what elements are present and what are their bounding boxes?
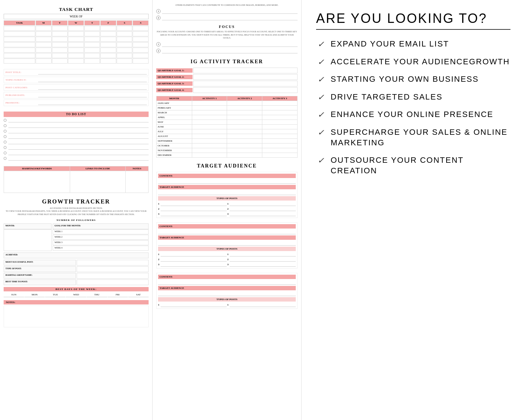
title-divider: [316, 29, 510, 30]
table-row: JUNE: [157, 124, 298, 129]
promote-input[interactable]: [38, 101, 147, 105]
list-item: 1: [227, 303, 296, 307]
todo-line: [8, 124, 149, 128]
task-cell: [117, 58, 133, 64]
a1-cell: [192, 120, 227, 124]
a2-cell: [227, 101, 262, 105]
task-cell: [117, 48, 133, 53]
task-col-s2: S: [133, 20, 149, 25]
task-cell: [52, 31, 68, 36]
content-value-1[interactable]: [158, 179, 296, 184]
table-row: APRIL: [157, 115, 298, 120]
focus-item-1: 1: [156, 42, 298, 47]
notes-cell: [125, 171, 148, 193]
task-col-m: M: [36, 20, 52, 25]
week3-label: WEEK 3: [53, 240, 149, 245]
quarterly-label-1: QUARTERLY GOAL 1:: [156, 68, 193, 73]
todo-header: TO DO LIST: [4, 112, 149, 117]
table-row: NOVEMBER: [157, 148, 298, 153]
task-cell: [36, 37, 52, 42]
topic-input[interactable]: [38, 78, 147, 82]
task-cell: [68, 37, 84, 42]
task-cell: [36, 48, 52, 53]
quarterly-label-2: QUARTERLY GOAL 2:: [156, 75, 193, 79]
publish-label: PUBLISH DATE:: [5, 94, 38, 97]
top-input-2[interactable]: [162, 15, 298, 20]
todo-circle: [4, 124, 7, 127]
focus-number-2: 2: [156, 49, 161, 53]
task-col-s1: S: [117, 20, 133, 25]
task-cell: [36, 53, 52, 58]
a1-cell: [192, 148, 227, 153]
task-cell: [4, 53, 35, 58]
weeks-grid: WEEK 1 WEEK 2 WEEK 3 WEEK 4: [53, 229, 149, 251]
quarterly-value-1[interactable]: [193, 68, 298, 73]
mid-top-desc: OTHER ELEMENTS THAT CAN CONTRIBUTE TO CO…: [156, 4, 298, 7]
a2-cell: [227, 138, 262, 143]
list-item: 1: [158, 303, 227, 307]
focus-input-2[interactable]: [162, 48, 298, 53]
a3-cell: [262, 138, 298, 143]
target-audience-value-3[interactable]: [158, 291, 296, 296]
target-audience-label-1: TARGET AUDIENCE: [158, 185, 296, 189]
posts-grid-3: 1 1: [158, 303, 296, 307]
task-cell: [4, 31, 35, 36]
best-time-value[interactable]: [77, 279, 149, 285]
focus-input-1[interactable]: [162, 42, 298, 47]
task-cell: [84, 53, 100, 58]
list-item: 3: [227, 262, 296, 267]
checklist-text-5: ENHANCE YOUR ONLINE PRESENCE: [331, 109, 493, 120]
most-successful-value[interactable]: [77, 260, 149, 266]
task-cell: [100, 31, 116, 36]
quarterly-value-3[interactable]: [193, 81, 298, 86]
posts-grid-2: 1 1 2 2 3 3: [158, 252, 296, 267]
growth-tracker-title: GROWTH TRACKER: [4, 198, 149, 205]
ig-tracker-title: IG ACTIVITY TRACKER: [156, 59, 298, 65]
task-cell: [52, 37, 68, 42]
target-audience-value-2[interactable]: [158, 241, 296, 246]
post-title-input[interactable]: [38, 70, 147, 74]
hashtag-cell: [4, 171, 70, 193]
notes-header: NOTES:: [4, 300, 149, 304]
target-audience-value-1[interactable]: [158, 190, 296, 195]
task-cell: [117, 42, 133, 47]
a1-cell: [192, 129, 227, 134]
month-cell: NOVEMBER: [157, 148, 192, 153]
task-cell: [68, 48, 84, 53]
checkmark-icon-6: ✓: [316, 128, 325, 137]
checklist-item-7: ✓ OUTSOURCE YOUR CONTENT CREATION: [316, 155, 510, 176]
content-value-2[interactable]: [158, 229, 296, 234]
month-cell: AUGUST: [157, 134, 192, 138]
goal-weeks-block: GOAL FOR THE MONTH: WEEK 1 WEEK 2 WEEK 3…: [53, 223, 149, 251]
list-item: 1: [158, 252, 227, 257]
quarterly-value-2[interactable]: [193, 74, 298, 80]
month-cell: APRIL: [157, 115, 192, 120]
activity-table: MONTH ACTIVITY 1 ACTIVITY 2 ACTIVITY 3 J…: [156, 96, 298, 158]
growth-desc-1: ACCESSING YOUR INSTAGRAM INSIGHTS SECTIO…: [4, 207, 149, 210]
month-block: MONTH:: [4, 223, 52, 251]
checkmark-icon-4: ✓: [316, 93, 325, 102]
task-cell: [4, 37, 35, 42]
table-row: [4, 58, 149, 64]
audience-block-3: CONTENT: TARGET AUDIENCE TYPES OF POSTS …: [156, 273, 298, 309]
top-input-1[interactable]: [162, 9, 298, 14]
table-row: FEBRUARY: [157, 105, 298, 110]
content-value-3[interactable]: [158, 280, 296, 285]
task-cell: [84, 58, 100, 64]
type-post-value[interactable]: [77, 266, 149, 272]
day-sat: SAT: [128, 292, 149, 297]
publish-input[interactable]: [38, 93, 147, 97]
task-cell: [117, 26, 133, 31]
focus-title: FOCUS: [156, 25, 298, 29]
task-cell: [4, 42, 35, 47]
month-value[interactable]: [4, 229, 52, 251]
post-title-field: POST TITLE:: [4, 69, 149, 76]
ig-activity-tracker: IG ACTIVITY TRACKER QUARTERLY GOAL 1: QU…: [156, 59, 298, 158]
notes-area[interactable]: [4, 306, 149, 327]
month-cell: JANUARY: [157, 101, 192, 105]
a3-cell: [262, 120, 298, 124]
task-cell: [36, 31, 52, 36]
hashtag-group-value[interactable]: [77, 273, 149, 279]
quarterly-value-4[interactable]: [193, 87, 298, 93]
category-input[interactable]: [38, 85, 147, 90]
